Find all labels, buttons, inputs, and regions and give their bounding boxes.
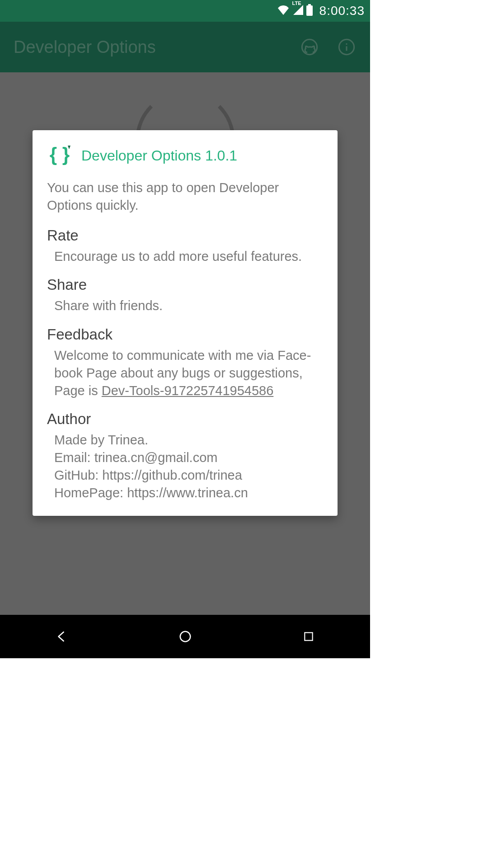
feedback-heading: Feedback [47,326,323,343]
dialog-title: Developer Options 1.0.1 [81,147,237,164]
navigation-bar [0,615,370,658]
cell-signal-icon: LTE [292,5,303,17]
svg-point-8 [180,632,190,642]
back-button[interactable] [51,626,73,647]
screen: LTE 8:00:33 Developer Options [0,0,370,658]
rate-body: Encourage us to add more useful features… [47,248,323,265]
author-body: Made by Trinea. Email: trinea.cn@gmail.c… [47,431,323,502]
svg-rect-9 [305,632,312,640]
status-icons: LTE [277,4,313,18]
about-dialog: { } Developer Options 1.0.1 You can use … [33,130,338,516]
svg-rect-0 [308,4,311,5]
rate-heading: Rate [47,227,323,244]
wifi-icon [277,5,290,17]
status-time: 8:00:33 [319,4,365,18]
status-bar: LTE 8:00:33 [0,0,370,22]
home-button[interactable] [174,626,196,647]
app-icon: { } [47,143,72,168]
author-heading: Author [47,410,323,428]
feedback-link[interactable]: Dev-Tools-917225741954586 [102,383,274,398]
recent-apps-button[interactable] [298,626,319,647]
share-heading: Share [47,276,323,293]
info-icon[interactable] [337,37,357,57]
svg-rect-1 [306,5,313,16]
battery-icon [306,4,313,18]
section-feedback[interactable]: Feedback Welcome to communicate with me … [47,326,323,400]
share-body: Share with friends. [47,297,323,315]
dialog-header: { } Developer Options 1.0.1 [47,143,323,168]
lte-label: LTE [292,0,301,6]
svg-point-5 [346,43,347,45]
dialog-intro: You can use this app to open Developer O… [47,179,323,214]
section-rate[interactable]: Rate Encourage us to add more useful fea… [47,227,323,265]
feedback-body: Welcome to communicate with me via Face­… [47,347,323,400]
section-author: Author Made by Trinea. Email: trinea.cn@… [47,410,323,502]
github-icon[interactable] [300,37,319,57]
action-bar: Developer Options [0,22,370,72]
section-share[interactable]: Share Share with friends. [47,276,323,315]
svg-text:{ }: { } [50,144,70,165]
page-title: Developer Options [14,38,282,57]
